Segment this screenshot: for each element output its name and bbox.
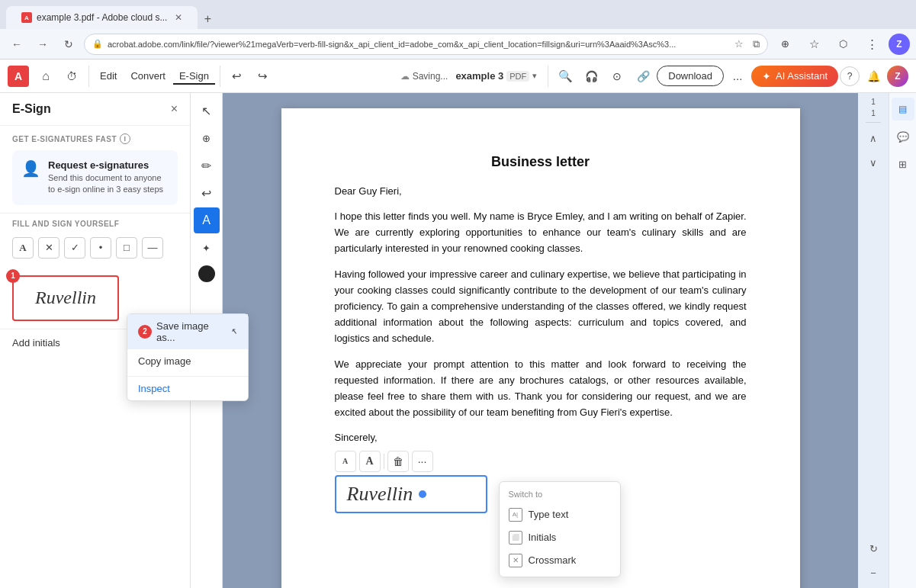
pdf-area: Business letter Dear Guy Fieri, I hope t…: [223, 93, 858, 588]
text-tool-ann-button[interactable]: A: [194, 207, 220, 233]
new-tab-button[interactable]: +: [198, 9, 217, 29]
accessibility-icon-button[interactable]: ⊙: [605, 64, 629, 88]
rail-zoom-out-button[interactable]: −: [863, 562, 884, 583]
dot-tool-button[interactable]: •: [90, 237, 111, 259]
request-sig-title: Request e-signatures: [48, 159, 169, 171]
request-sig-icon: 👤: [21, 159, 40, 178]
context-menu-save-image[interactable]: 2 Save image as... ↖: [127, 314, 248, 349]
switch-to-popup: Switch to A| Type text ⬜ Initials ✕ Cros…: [499, 481, 621, 577]
float-text-large-button[interactable]: A: [359, 451, 381, 472]
ai-icon: ✦: [762, 70, 771, 82]
search-icon-button[interactable]: 🔍: [553, 64, 577, 88]
extensions-icon[interactable]: ⧉: [753, 38, 760, 50]
saving-text: Saving...: [413, 71, 448, 82]
recent-icon-button[interactable]: ⏱: [59, 64, 84, 88]
cross-tool-button[interactable]: ✕: [38, 237, 59, 259]
signature-box[interactable]: 1 Ruvellin: [12, 275, 119, 321]
rail-rotate-button[interactable]: ↻: [863, 538, 884, 559]
help-icon-button[interactable]: ?: [840, 66, 860, 86]
download-button[interactable]: Download: [657, 66, 724, 86]
signature-area: 1 Ruvellin 2 Save image as... ↖ Copy ima…: [12, 275, 178, 321]
pdf-para-3: We appreciate your prompt attention to t…: [335, 357, 747, 420]
menu-number-2: 2: [138, 325, 152, 339]
pdf-page: Business letter Dear Guy Fieri, I hope t…: [281, 108, 800, 588]
switch-type-text-item[interactable]: A| Type text: [500, 503, 620, 526]
redo-button[interactable]: ↪: [251, 64, 275, 88]
home-icon-button[interactable]: ⌂: [34, 64, 58, 88]
rail-separator: [866, 122, 881, 123]
pdf-signature-text: Ruvellin: [347, 483, 413, 506]
active-tab[interactable]: A example 3.pdf - Adobe cloud s... ✕: [6, 6, 198, 29]
switch-crossmark-item[interactable]: ✕ Crossmark: [500, 549, 620, 572]
switch-title: Switch to: [500, 487, 620, 503]
user-profile-avatar[interactable]: Z: [889, 34, 910, 55]
sidebar-close-button[interactable]: ×: [171, 102, 178, 116]
curve-tool-button[interactable]: ↩: [194, 180, 220, 206]
stamp-tool-button[interactable]: ✦: [194, 235, 220, 261]
browser-bookmark-icon[interactable]: ☆: [802, 32, 826, 56]
select-tool-button[interactable]: ↖: [194, 98, 220, 124]
browser-nav: ← → ↻ 🔒 acrobat.adobe.com/link/file/?vie…: [0, 29, 916, 59]
rail-down-button[interactable]: ∨: [863, 152, 884, 173]
color-picker[interactable]: [198, 265, 215, 282]
ai-assistant-button[interactable]: ✦ AI Assistant: [751, 66, 838, 87]
convert-menu-button[interactable]: Convert: [124, 67, 172, 85]
rail-up-button[interactable]: ∧: [863, 127, 884, 149]
request-sig-desc: Send this document to anyone to e-sign o…: [48, 172, 169, 196]
esign-menu-button[interactable]: E-Sign: [173, 67, 215, 85]
rail-page-1: 1: [871, 98, 876, 106]
browser-extensions-icon[interactable]: ⬡: [831, 32, 855, 56]
link-icon-button[interactable]: 🔗: [631, 64, 655, 88]
float-separator: [384, 454, 384, 469]
check-tool-button[interactable]: ✓: [64, 237, 85, 259]
type-text-icon: A|: [509, 508, 522, 522]
tab-favicon: A: [21, 12, 32, 23]
cloud-icon: ☁: [400, 71, 410, 82]
sidebar-title: E-Sign: [12, 102, 51, 116]
user-avatar-toolbar[interactable]: Z: [887, 66, 908, 87]
float-more-button[interactable]: ···: [412, 451, 433, 472]
more-options-button[interactable]: ...: [725, 64, 750, 88]
text-tool-button[interactable]: A: [12, 237, 34, 259]
float-delete-button[interactable]: 🗑: [387, 451, 409, 472]
info-icon[interactable]: i: [120, 133, 130, 144]
adobe-toolbar: A ⌂ ⏱ Edit Convert E-Sign ↩ ↪ ☁ Saving..…: [0, 59, 916, 93]
pdf-signature-area: A A 🗑 ··· Ruvellin Switch to A| Type: [335, 451, 747, 513]
refresh-button[interactable]: ↻: [58, 34, 79, 55]
switch-initials-label: Initials: [529, 532, 557, 543]
tab-close-icon[interactable]: ✕: [175, 12, 182, 23]
request-signatures-box[interactable]: 👤 Request e-signatures Send this documen…: [12, 150, 178, 205]
get-signatures-section: GET E-SIGNATURES FAST i 👤 Request e-sign…: [0, 126, 190, 213]
back-button[interactable]: ←: [6, 34, 27, 55]
pdf-greeting: Dear Guy Fieri,: [335, 185, 747, 197]
rs-comment-icon-button[interactable]: 💬: [892, 125, 914, 148]
pdf-signature-handle[interactable]: [419, 490, 426, 498]
zoom-tool-button[interactable]: ⊕: [194, 125, 220, 151]
cursor-indicator: ↖: [230, 326, 237, 336]
audio-icon-button[interactable]: 🎧: [579, 64, 603, 88]
context-menu-copy-image[interactable]: Copy image: [127, 349, 248, 373]
pdf-signature-box[interactable]: Ruvellin: [335, 475, 487, 513]
right-sidebar: ▤ 💬 ⊞: [889, 93, 916, 588]
pdf-para-1: I hope this letter finds you well. My na…: [335, 209, 747, 256]
edit-menu-button[interactable]: Edit: [94, 67, 123, 85]
bookmark-star-icon[interactable]: ☆: [734, 38, 744, 50]
address-bar[interactable]: 🔒 acrobat.adobe.com/link/file/?viewer%21…: [84, 34, 768, 55]
rectangle-tool-button[interactable]: □: [116, 237, 137, 259]
rs-grid-icon-button[interactable]: ⊞: [892, 153, 914, 175]
forward-button[interactable]: →: [32, 34, 53, 55]
fill-sign-section: FILL AND SIGN YOURSELF A ✕ ✓ • □ —: [0, 213, 190, 268]
browser-menu-icon[interactable]: ⋮: [860, 32, 884, 56]
pencil-tool-button[interactable]: ✏: [194, 153, 220, 178]
rs-panel-icon-button[interactable]: ▤: [892, 98, 914, 120]
add-to-desktop-icon[interactable]: ⊕: [773, 32, 797, 56]
notifications-icon-button[interactable]: 🔔: [861, 64, 885, 88]
switch-initials-item[interactable]: ⬜ Initials: [500, 526, 620, 549]
switch-crossmark-label: Crossmark: [529, 554, 577, 566]
float-text-small-button[interactable]: A: [335, 451, 356, 472]
doc-dropdown-icon[interactable]: ▾: [532, 71, 537, 81]
context-menu-inspect[interactable]: Inspect: [127, 376, 248, 400]
line-tool-button[interactable]: —: [142, 237, 163, 259]
security-icon: 🔒: [92, 39, 103, 49]
undo-button[interactable]: ↩: [225, 64, 249, 88]
